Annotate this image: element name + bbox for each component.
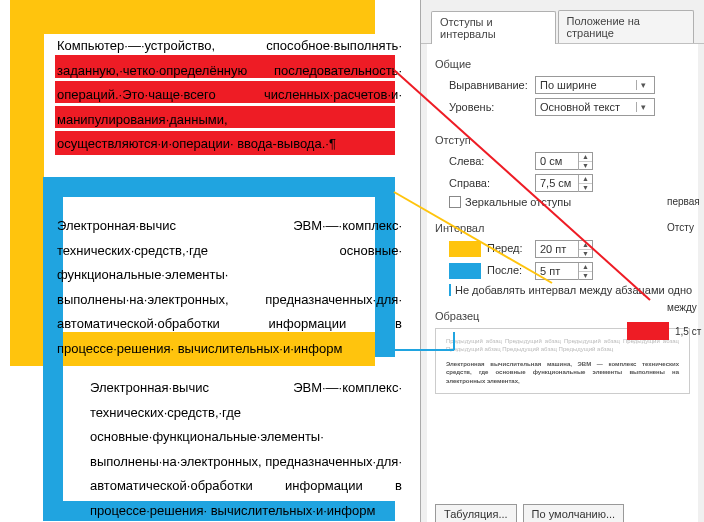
group-general: Общие [435,58,690,70]
chevron-down-icon: ▾ [636,80,650,90]
checkbox-nogap[interactable] [449,284,451,296]
label-nogap: Не добавлять интервал между абзацами одн… [455,284,692,296]
document-area: Компьютер·—·устройство, способное·выполн… [0,0,418,522]
paragraph-dialog: Отступы и интервалы Положение на страниц… [420,0,704,522]
label-indent-r: Отсту [667,222,694,233]
label-mirror: Зеркальные отступы [465,196,571,208]
spinner-right[interactable]: 7,5 см▲▼ [535,174,593,192]
tabs: Отступы и интервалы Положение на страниц… [421,0,704,44]
chevron-down-icon: ▾ [636,102,650,112]
row-mirror: Зеркальные отступы [449,196,690,208]
row-level: Уровень: Основной текст▾ [449,98,690,116]
group-interval: Интервал [435,222,690,234]
label-between: между [667,302,697,313]
tab-indents[interactable]: Отступы и интервалы [431,11,556,44]
down-icon[interactable]: ▼ [579,272,592,280]
button-default[interactable]: По умолчанию... [523,504,625,522]
paragraph-2[interactable]: Электронная·вычис ЭВМ·—·комплекс· технич… [57,214,402,361]
paragraph-3[interactable]: Электронная·вычис ЭВМ·—·комплекс· технич… [90,376,402,522]
button-tabs[interactable]: Табуляция... [435,504,517,522]
group-sample: Образец [435,310,690,322]
paragraph-1[interactable]: Компьютер·—·устройство, способное·выполн… [57,34,402,157]
tab-position[interactable]: Положение на странице [558,10,694,43]
spinner-after[interactable]: 5 пт▲▼ [535,262,593,280]
up-icon[interactable]: ▲ [579,263,592,272]
label-left: Слева: [449,155,535,167]
up-icon[interactable]: ▲ [579,175,592,184]
up-icon[interactable]: ▲ [579,153,592,162]
label-level: Уровень: [449,101,535,113]
row-left: Слева: 0 см▲▼ [449,152,690,170]
spinner-left[interactable]: 0 см▲▼ [535,152,593,170]
label-right: Справа: [449,177,535,189]
label-first: первая [667,196,700,207]
down-icon[interactable]: ▼ [579,184,592,192]
label-before: Перед: [449,241,535,257]
row-after: После: 5 пт▲▼ [449,262,690,280]
row-align: Выравнивание: По ширине▾ [449,76,690,94]
checkbox-mirror[interactable] [449,196,461,208]
label-align: Выравнивание: [449,79,535,91]
down-icon[interactable]: ▼ [579,162,592,170]
row-before: Перед: 20 пт▲▼ [449,240,690,258]
swatch-red [627,322,669,340]
sample-text-curr: Электронная вычислительная машина, ЭВМ —… [446,360,679,385]
label-linesp: 1,5 ст [675,326,701,337]
row-right: Справа: 7,5 см▲▼ [449,174,690,192]
up-icon[interactable]: ▲ [579,241,592,250]
dialog-buttons: Табуляция... По умолчанию... [435,504,624,522]
dropdown-align[interactable]: По ширине▾ [535,76,655,94]
spinner-before[interactable]: 20 пт▲▼ [535,240,593,258]
down-icon[interactable]: ▼ [579,250,592,258]
swatch-yellow [449,241,481,257]
label-after: После: [449,263,535,279]
row-nogap: Не добавлять интервал между абзацами одн… [449,284,690,296]
spacing-after-bar-top [43,177,395,197]
dialog-body: Общие Выравнивание: По ширине▾ Уровень: … [427,44,698,522]
dropdown-level[interactable]: Основной текст▾ [535,98,655,116]
group-indent: Отступ [435,134,690,146]
swatch-blue [449,263,481,279]
